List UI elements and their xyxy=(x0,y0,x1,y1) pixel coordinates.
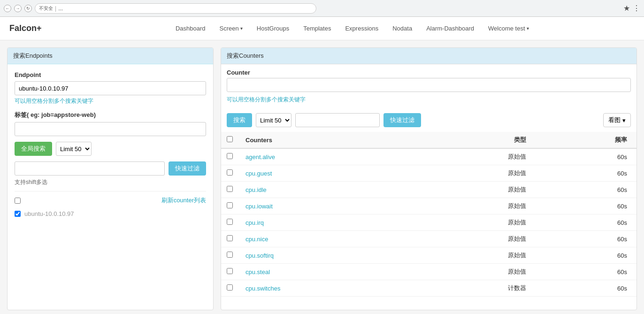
table-row: cpu.iowait 原始值 60s xyxy=(221,198,636,214)
counter-row-checkbox[interactable] xyxy=(227,235,233,241)
counter-filter-row: 搜索 Limit 50 快速过滤 看图 ▾ xyxy=(221,108,636,132)
counter-row-checkbox[interactable] xyxy=(227,169,233,176)
view-chart-arrow-icon: ▾ xyxy=(622,117,626,124)
counter-name-link[interactable]: cpu.idle xyxy=(245,186,267,193)
select-all-checkbox[interactable] xyxy=(15,198,21,204)
counter-name-link[interactable]: cpu.guest xyxy=(245,170,272,177)
nav-welcome-label: Welcome test xyxy=(488,25,525,32)
table-row: cpu.nice 原始值 60s xyxy=(221,231,636,247)
table-row: cpu.softirq 原始值 60s xyxy=(221,247,636,264)
counter-freq: 60s xyxy=(532,165,636,182)
nav-screen[interactable]: Screen ▾ xyxy=(220,25,243,32)
tag-group: 标签( eg: job=appstore-web) xyxy=(15,111,206,136)
counter-freq: 60s xyxy=(532,148,636,165)
nav-hostgroups[interactable]: HostGroups xyxy=(257,25,289,32)
table-row: cpu.irq 原始值 60s xyxy=(221,214,636,231)
col-freq: 频率 xyxy=(532,132,636,148)
counter-name-link[interactable]: cpu.iowait xyxy=(245,203,273,210)
counter-freq: 60s xyxy=(532,231,636,247)
endpoint-input[interactable] xyxy=(15,81,206,95)
counter-hint: 可以用空格分割多个搜索关键字 xyxy=(227,94,631,106)
right-panel-header: 搜索Counters xyxy=(221,48,636,64)
browser-bar: ← → ↻ 不安全 | ... ★ ⋮ xyxy=(0,0,644,17)
counter-search-input[interactable] xyxy=(227,78,631,92)
nav-expressions[interactable]: Expressions xyxy=(345,25,378,32)
counter-freq: 60s xyxy=(532,280,636,297)
global-search-button[interactable]: 全局搜索 xyxy=(15,142,52,156)
address-text: ... xyxy=(58,5,63,12)
quick-filter-button[interactable]: 快速过滤 xyxy=(169,161,206,176)
counter-name-link[interactable]: cpu.softirq xyxy=(245,252,274,259)
counter-row-checkbox[interactable] xyxy=(227,219,233,225)
counter-freq: 60s xyxy=(532,264,636,280)
address-bar[interactable]: 不安全 | ... xyxy=(35,3,316,14)
nav-menu: Dashboard Screen ▾ HostGroups Templates … xyxy=(70,25,635,32)
counter-limit-select[interactable]: Limit 50 xyxy=(256,113,291,127)
app-header: Falcon+ Dashboard Screen ▾ HostGroups Te… xyxy=(0,17,644,40)
counter-row-checkbox[interactable] xyxy=(227,268,233,274)
counter-name-link[interactable]: cpu.irq xyxy=(245,219,264,226)
counter-quick-filter-button[interactable]: 快速过滤 xyxy=(383,113,421,127)
table-row: cpu.switches 计数器 60s xyxy=(221,280,636,297)
table-row: cpu.guest 原始值 60s xyxy=(221,165,636,182)
counter-freq: 60s xyxy=(532,198,636,214)
nav-nodata[interactable]: Nodata xyxy=(392,25,412,32)
counter-type: 原始值 xyxy=(418,231,532,247)
nav-alarm-dashboard[interactable]: Alarm-Dashboard xyxy=(426,25,474,32)
divider xyxy=(15,191,206,191)
refresh-button[interactable]: ↻ xyxy=(24,5,32,12)
counter-freq: 60s xyxy=(532,247,636,264)
endpoint-checkbox-row: 刷新counter列表 xyxy=(15,196,206,205)
browser-menu-icon[interactable]: ⋮ xyxy=(633,4,640,13)
counter-name-link[interactable]: cpu.nice xyxy=(245,236,268,243)
counter-label: Counter xyxy=(221,64,636,78)
counter-row-checkbox[interactable] xyxy=(227,252,233,258)
counter-type: 原始值 xyxy=(418,247,532,264)
refresh-counter-link[interactable]: 刷新counter列表 xyxy=(161,196,206,205)
nav-templates[interactable]: Templates xyxy=(303,25,331,32)
counter-filter-input[interactable] xyxy=(295,113,380,127)
counter-type: 计数器 xyxy=(418,280,532,297)
forward-button[interactable]: → xyxy=(14,5,22,12)
left-panel-body: Endpoint 可以用空格分割多个搜索关键字 标签( eg: job=apps… xyxy=(8,64,213,226)
view-chart-label: 看图 xyxy=(608,116,621,124)
limit-select[interactable]: Limit 50 xyxy=(56,142,92,156)
left-panel: 搜索Endpoints Endpoint 可以用空格分割多个搜索关键字 标签( … xyxy=(7,47,214,310)
bookmark-star-icon[interactable]: ★ xyxy=(623,4,630,13)
app-logo: Falcon+ xyxy=(9,23,42,33)
filter-row: 快速过滤 xyxy=(15,161,206,176)
select-all-counters-checkbox[interactable] xyxy=(227,136,233,142)
table-header-row: Counters 类型 频率 xyxy=(221,132,636,148)
nav-welcome[interactable]: Welcome test ▾ xyxy=(488,25,529,32)
tag-input[interactable] xyxy=(15,122,206,136)
endpoint-hint: 可以用空格分割多个搜索关键字 xyxy=(15,97,206,105)
endpoint-checkbox[interactable] xyxy=(15,211,21,217)
counter-freq: 60s xyxy=(532,214,636,231)
counter-table: Counters 类型 频率 agent.alive 原始值 60s cpu.g… xyxy=(221,132,636,297)
welcome-dropdown-arrow-icon: ▾ xyxy=(527,26,529,31)
right-panel: 搜索Counters Counter 可以用空格分割多个搜索关键字 搜索 Lim… xyxy=(221,47,637,310)
counter-name-link[interactable]: cpu.steal xyxy=(245,268,270,276)
counter-search-button[interactable]: 搜索 xyxy=(227,113,252,127)
endpoint-item-label: ubuntu-10.0.10.97 xyxy=(24,210,74,217)
col-counters: Counters xyxy=(240,132,418,148)
counter-row-checkbox[interactable] xyxy=(227,202,233,208)
lock-icon: 不安全 xyxy=(39,5,53,12)
view-chart-button[interactable]: 看图 ▾ xyxy=(603,113,631,127)
counter-name-link[interactable]: cpu.switches xyxy=(245,285,280,292)
counter-name-link[interactable]: agent.alive xyxy=(245,153,275,161)
table-row: cpu.idle 原始值 60s xyxy=(221,182,636,198)
counter-row-checkbox[interactable] xyxy=(227,284,233,291)
nav-dashboard[interactable]: Dashboard xyxy=(176,25,206,32)
back-button[interactable]: ← xyxy=(4,5,11,12)
counter-search-area: 可以用空格分割多个搜索关键字 xyxy=(221,78,636,108)
counter-row-checkbox[interactable] xyxy=(227,153,233,159)
nav-screen-label: Screen xyxy=(220,25,239,32)
counter-freq: 60s xyxy=(532,182,636,198)
filter-input[interactable] xyxy=(15,161,165,176)
endpoint-group: Endpoint 可以用空格分割多个搜索关键字 xyxy=(15,71,206,105)
counter-type: 原始值 xyxy=(418,198,532,214)
endpoint-label: Endpoint xyxy=(15,71,206,78)
counter-row-checkbox[interactable] xyxy=(227,186,233,192)
endpoint-item: ubuntu-10.0.10.97 xyxy=(15,208,206,219)
